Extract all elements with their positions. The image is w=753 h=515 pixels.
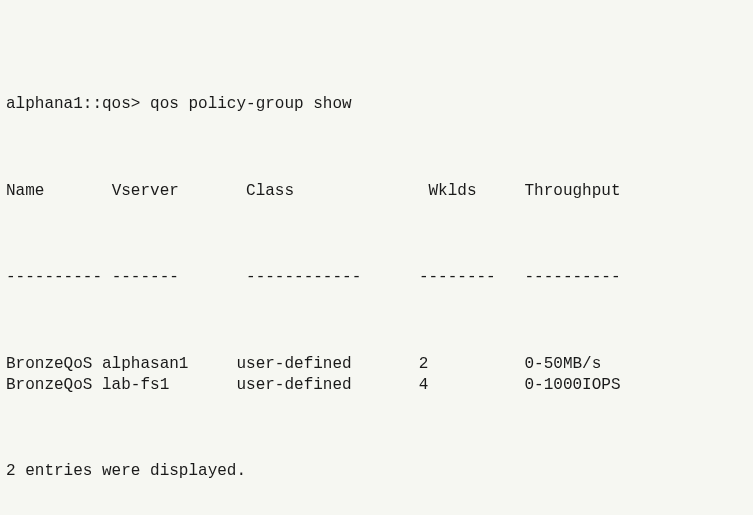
sep-name: ---------- [6, 268, 112, 286]
sep-class: ------------ [246, 268, 419, 286]
col-name: Name [6, 182, 112, 200]
col-wklds: Wklds [428, 182, 524, 200]
qos-header-row: Name Vserver Class Wklds Throughput [6, 181, 747, 203]
command-line-1: alphana1::qos> qos policy-group show [6, 94, 747, 116]
command: qos policy-group show [140, 95, 351, 113]
prompt: alphana1::qos> [6, 95, 140, 113]
terminal-output: alphana1::qos> qos policy-group show Nam… [6, 8, 747, 515]
table-row: BronzeQoS lab-fs1 user-defined 4 0-1000I… [6, 375, 747, 397]
qos-rows: BronzeQoS alphasan1 user-defined 2 0-50M… [6, 354, 747, 397]
col-throughput: Throughput [525, 182, 621, 200]
sep-wklds: -------- [419, 268, 525, 286]
table-row: BronzeQoS alphasan1 user-defined 2 0-50M… [6, 354, 747, 376]
sep-vserver: ------- [112, 268, 246, 286]
sep-throughput: ---------- [525, 268, 621, 286]
col-class: Class [246, 182, 428, 200]
col-vserver: Vserver [112, 182, 246, 200]
qos-footer: 2 entries were displayed. [6, 461, 747, 483]
qos-sep-row: ---------- ------- ------------ --------… [6, 267, 747, 289]
